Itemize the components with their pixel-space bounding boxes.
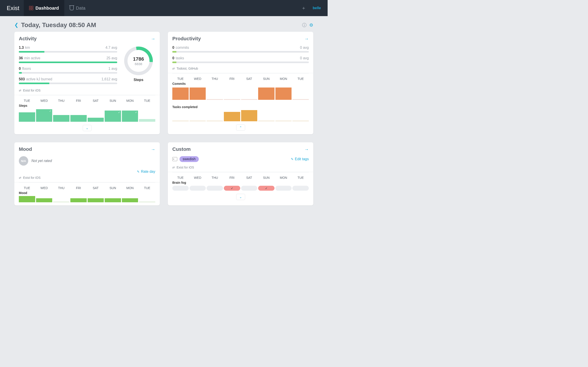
user-link[interactable]: belle <box>313 6 321 10</box>
productivity-day-header: TUEWEDTHUFRI SATSUNMONTUE <box>172 73 309 81</box>
nav-data-label: Data <box>76 6 85 11</box>
mood-bar-chart[interactable] <box>19 196 155 202</box>
steps-goal: 6838 <box>135 62 142 66</box>
tag-icon <box>172 157 177 161</box>
edit-tags-link[interactable]: Edit tags <box>291 157 309 161</box>
pill[interactable] <box>241 186 258 191</box>
brainfog-label: Brain fog <box>172 181 309 184</box>
back-chevron-icon[interactable]: ❮ <box>14 22 18 28</box>
productivity-card: Productivity → 0commits0 avg 0tasks0 avg… <box>168 32 313 134</box>
dashboard-icon <box>29 6 33 10</box>
mood-source: Exist for iOS <box>19 176 155 179</box>
activity-expand-button[interactable]: ⌄ <box>83 125 92 131</box>
mood-na-badge: N/A <box>19 156 28 166</box>
pill-active[interactable]: ✓ <box>258 186 275 191</box>
activity-source: Exist for iOS <box>19 89 155 92</box>
add-icon[interactable]: ＋ <box>301 5 306 11</box>
productivity-collapse-button[interactable]: ⌃ <box>236 125 245 131</box>
mood-card: Mood → N/A Not yet rated Rate day Exist … <box>14 142 160 205</box>
pencil-icon <box>291 157 294 161</box>
steps-bar-chart[interactable]: ✓ ✓ ✓ <box>19 109 155 122</box>
custom-arrow-icon[interactable]: → <box>304 147 309 152</box>
activity-arrow-icon[interactable]: → <box>151 36 155 42</box>
metric-kj-burned[interactable]: 503active kJ burned1,612 avg <box>19 77 117 84</box>
rate-day-link[interactable]: Rate day <box>137 170 155 174</box>
steps-donut[interactable]: 1786 6838 Steps <box>122 46 155 88</box>
nav-dashboard[interactable]: Dashboard <box>24 0 64 16</box>
nav-dashboard-label: Dashboard <box>35 6 59 11</box>
steps-label: Steps <box>122 78 155 82</box>
page-header: ❮ Today, Tuesday 08:50 AM ⓘ ⚙ <box>14 22 313 29</box>
nav-data[interactable]: Data <box>64 0 91 16</box>
page-body: ❮ Today, Tuesday 08:50 AM ⓘ ⚙ Activity →… <box>0 16 328 211</box>
activity-card: Activity → 1.3km4.7 avg 36min active25 a… <box>14 32 160 134</box>
pill-active[interactable]: ✓ <box>224 186 240 191</box>
custom-day-header: TUEWEDTHUFRI SATSUNMONTUE <box>172 172 309 179</box>
sync-icon <box>172 67 175 70</box>
mood-day-header: TUEWEDTHUFRI SATSUNMONTUE <box>19 182 155 190</box>
productivity-title: Productivity <box>172 36 201 42</box>
gear-icon[interactable]: ⚙ <box>309 22 313 28</box>
metric-min-active[interactable]: 36min active25 avg <box>19 56 117 63</box>
tasks-bar-chart[interactable] <box>172 110 309 121</box>
flask-icon <box>70 6 74 10</box>
pill[interactable] <box>172 186 189 191</box>
metric-commits[interactable]: 0commits0 avg <box>172 46 309 53</box>
mood-arrow-icon[interactable]: → <box>151 147 155 152</box>
metric-tasks[interactable]: 0tasks0 avg <box>172 56 309 63</box>
metric-floors[interactable]: 0floors1 avg <box>19 67 117 74</box>
top-nav: Exist Dashboard Data ＋ belle <box>0 0 328 16</box>
mood-chart-label: Mood <box>19 191 155 195</box>
pill[interactable] <box>293 186 309 191</box>
sync-icon <box>19 89 21 92</box>
metric-distance[interactable]: 1.3km4.7 avg <box>19 46 117 53</box>
help-icon[interactable]: ⓘ <box>302 22 307 28</box>
custom-title: Custom <box>172 146 191 152</box>
productivity-arrow-icon[interactable]: → <box>304 36 309 42</box>
mood-title: Mood <box>19 146 32 152</box>
custom-expand-button[interactable]: ⌄ <box>236 194 245 200</box>
tag-swedish[interactable]: swedish <box>180 156 199 162</box>
pill[interactable] <box>207 186 223 191</box>
steps-value: 1786 <box>133 56 144 62</box>
tasks-chart-label: Tasks completed <box>172 105 309 109</box>
activity-title: Activity <box>19 36 36 42</box>
sync-icon <box>172 166 175 169</box>
commits-bar-chart[interactable] <box>172 87 309 100</box>
mood-not-rated: Not yet rated <box>31 159 52 163</box>
custom-card: Custom → swedish Edit tags Exist for iOS… <box>168 142 313 205</box>
page-title: Today, Tuesday 08:50 AM <box>21 22 96 29</box>
brainfog-pill-row[interactable]: ✓ ✓ <box>172 186 309 191</box>
pill[interactable] <box>190 186 206 191</box>
commits-chart-label: Commits <box>172 82 309 85</box>
steps-chart-label: Steps <box>19 104 155 108</box>
productivity-source: Todoist, GitHub <box>172 67 309 70</box>
pill[interactable] <box>275 186 292 191</box>
activity-day-header: TUEWEDTHUFRI SATSUNMONTUE <box>19 95 155 102</box>
brand-logo[interactable]: Exist <box>7 5 19 12</box>
pencil-icon <box>137 170 140 174</box>
sync-icon <box>19 176 21 179</box>
custom-source: Exist for iOS <box>172 166 309 169</box>
